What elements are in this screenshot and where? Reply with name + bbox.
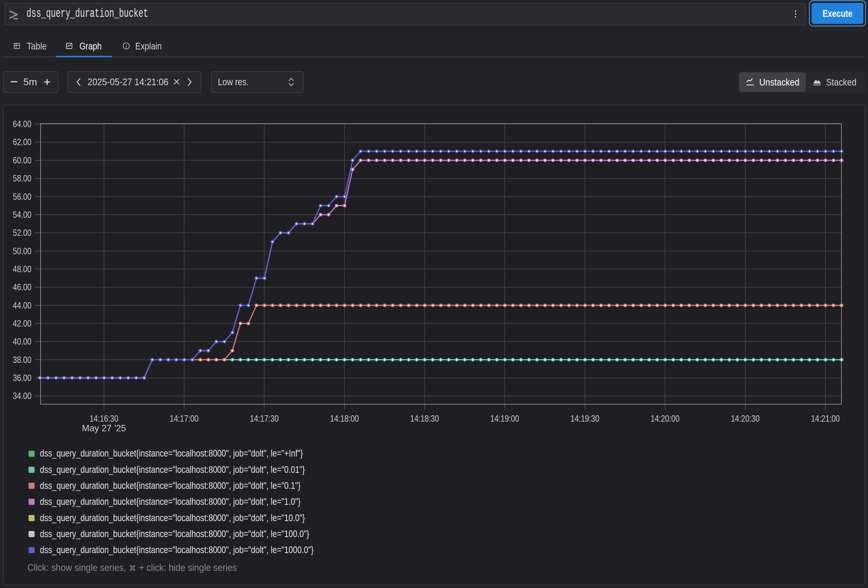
svg-text:54.00: 54.00: [13, 210, 31, 220]
svg-text:14:20:00: 14:20:00: [651, 414, 679, 424]
svg-text:May 27 '25: May 27 '25: [82, 423, 126, 433]
svg-text:14:16:30: 14:16:30: [90, 414, 118, 424]
svg-text:14:20:30: 14:20:30: [731, 414, 760, 424]
svg-text:62.00: 62.00: [13, 137, 31, 147]
svg-text:56.00: 56.00: [13, 192, 31, 202]
svg-text:64.00: 64.00: [13, 119, 31, 129]
svg-text:60.00: 60.00: [13, 155, 31, 165]
svg-text:14:17:30: 14:17:30: [250, 414, 279, 424]
svg-text:40.00: 40.00: [13, 336, 31, 346]
svg-text:14:19:30: 14:19:30: [570, 414, 599, 424]
svg-text:44.00: 44.00: [13, 301, 31, 311]
svg-text:48.00: 48.00: [13, 264, 31, 274]
svg-text:42.00: 42.00: [13, 318, 31, 329]
svg-text:14:19:00: 14:19:00: [490, 414, 519, 424]
svg-text:50.00: 50.00: [13, 246, 31, 256]
svg-text:14:18:00: 14:18:00: [330, 414, 359, 424]
svg-text:34.00: 34.00: [13, 391, 31, 401]
svg-text:58.00: 58.00: [13, 173, 31, 184]
svg-text:46.00: 46.00: [13, 282, 31, 292]
svg-text:36.00: 36.00: [13, 373, 31, 383]
svg-text:52.00: 52.00: [13, 228, 31, 238]
svg-text:14:21:00: 14:21:00: [811, 414, 840, 424]
svg-text:38.00: 38.00: [13, 355, 31, 365]
svg-text:14:18:30: 14:18:30: [410, 414, 439, 424]
svg-text:14:17:00: 14:17:00: [170, 414, 199, 424]
